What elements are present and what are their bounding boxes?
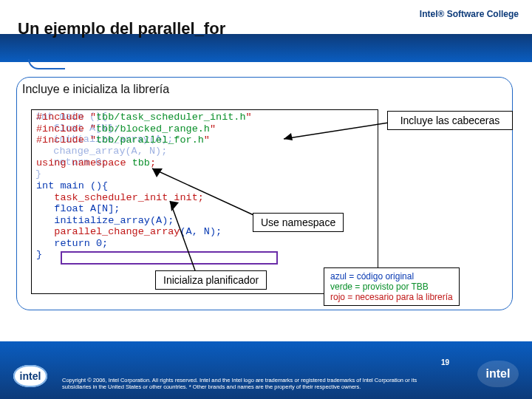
arrow-init [166,197,217,273]
title-connector [28,59,65,69]
arrow-headers [281,118,392,145]
svg-line-4 [170,201,195,270]
footer-band: intel Copyright © 2006, Intel Corporatio… [0,341,532,399]
section-subtitle: Incluye e inicializa la librería [22,83,169,96]
legend-red: rojo = necesario para la librería [330,292,453,302]
callout-headers: Incluye las cabeceras [387,111,513,130]
legend-box: azul = código original verde = provisto … [324,267,460,306]
intel-logo-right: intel [477,361,519,387]
copyright-text: Copyright © 2006, Intel Corporation. All… [62,377,429,390]
brand-label: Intel® Software College [420,9,519,19]
callout-init: Inicializa planificador [155,270,267,290]
intel-logo-left: intel [13,365,47,387]
slide-title: Un ejemplo del parallel_for [18,19,225,38]
legend-green: verde = provisto por TBB [330,282,453,292]
svg-marker-1 [284,133,293,140]
page-number: 19 [441,358,449,366]
legend-blue: azul = código original [330,271,453,282]
callout-namespace: Use namespace [253,213,344,232]
svg-marker-5 [170,201,179,211]
svg-line-0 [284,123,389,139]
